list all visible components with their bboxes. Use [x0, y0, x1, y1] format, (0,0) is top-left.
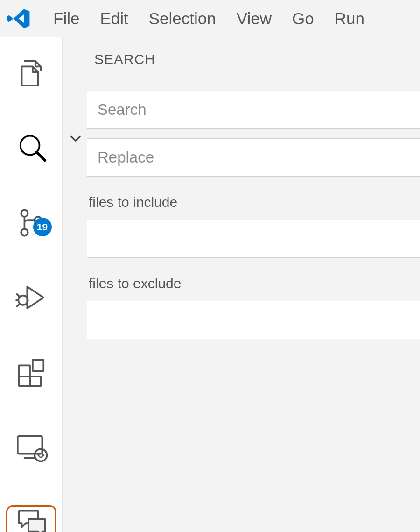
menu-edit[interactable]: Edit [100, 9, 128, 28]
svg-point-3 [21, 229, 28, 236]
activity-remote-explorer[interactable] [6, 431, 56, 463]
main-content: 19 [0, 37, 420, 532]
svg-rect-12 [32, 360, 43, 371]
include-label: files to include [87, 194, 420, 210]
svg-line-8 [17, 305, 19, 306]
activity-extensions[interactable] [6, 356, 56, 389]
svg-rect-9 [19, 365, 29, 376]
chat-icon [15, 507, 48, 532]
inputs-column: files to include files to exclude [87, 91, 420, 339]
sidebar-title: SEARCH [63, 51, 420, 67]
extensions-icon [15, 356, 48, 389]
svg-line-7 [17, 294, 19, 296]
svg-point-2 [21, 210, 28, 217]
menu-go[interactable]: Go [292, 9, 314, 28]
replace-input[interactable] [87, 138, 420, 177]
svg-rect-13 [17, 436, 42, 454]
exclude-label: files to exclude [87, 276, 420, 291]
vscode-logo-icon [7, 7, 31, 31]
source-control-badge: 19 [33, 218, 52, 236]
files-icon [15, 57, 48, 90]
remote-explorer-icon [15, 431, 48, 463]
search-sidebar: SEARCH files to include files to exclude [63, 37, 420, 532]
menu-bar: File Edit Selection View Go Run [53, 9, 364, 28]
run-debug-icon [15, 281, 48, 314]
svg-rect-11 [30, 376, 41, 386]
activity-source-control[interactable]: 19 [6, 206, 56, 239]
activity-chat[interactable] [6, 505, 56, 532]
activity-bar: 19 [0, 37, 63, 532]
title-bar: File Edit Selection View Go Run [0, 0, 420, 37]
chevron-down-icon [68, 131, 83, 146]
search-icon [15, 132, 48, 164]
activity-search[interactable] [6, 132, 56, 164]
menu-selection[interactable]: Selection [149, 9, 216, 28]
svg-rect-10 [19, 376, 29, 386]
files-exclude-input[interactable] [87, 301, 420, 339]
toggle-replace[interactable] [64, 120, 87, 157]
svg-point-15 [35, 449, 47, 461]
menu-file[interactable]: File [53, 9, 79, 28]
search-input[interactable] [87, 91, 420, 129]
activity-explorer[interactable] [6, 57, 56, 90]
menu-run[interactable]: Run [335, 9, 364, 28]
search-form: files to include files to exclude [63, 91, 420, 339]
svg-line-1 [36, 152, 44, 161]
menu-view[interactable]: View [237, 9, 272, 28]
activity-run-debug[interactable] [6, 281, 56, 314]
files-include-input[interactable] [87, 220, 420, 258]
